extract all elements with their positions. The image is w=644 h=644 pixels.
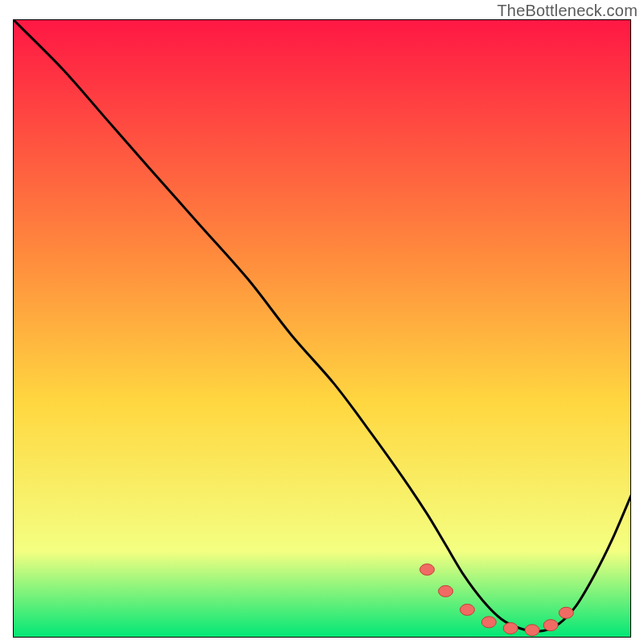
bottleneck-chart (13, 19, 631, 638)
data-marker (420, 564, 435, 576)
gradient-background (13, 19, 631, 638)
data-marker (481, 617, 496, 628)
data-marker (559, 607, 573, 618)
data-marker (460, 604, 474, 615)
chart-canvas (13, 19, 631, 638)
data-marker (543, 620, 558, 631)
data-marker (525, 625, 539, 636)
data-marker (439, 585, 453, 597)
data-marker (503, 622, 518, 634)
attribution-text: TheBottleneck.com (497, 2, 638, 20)
